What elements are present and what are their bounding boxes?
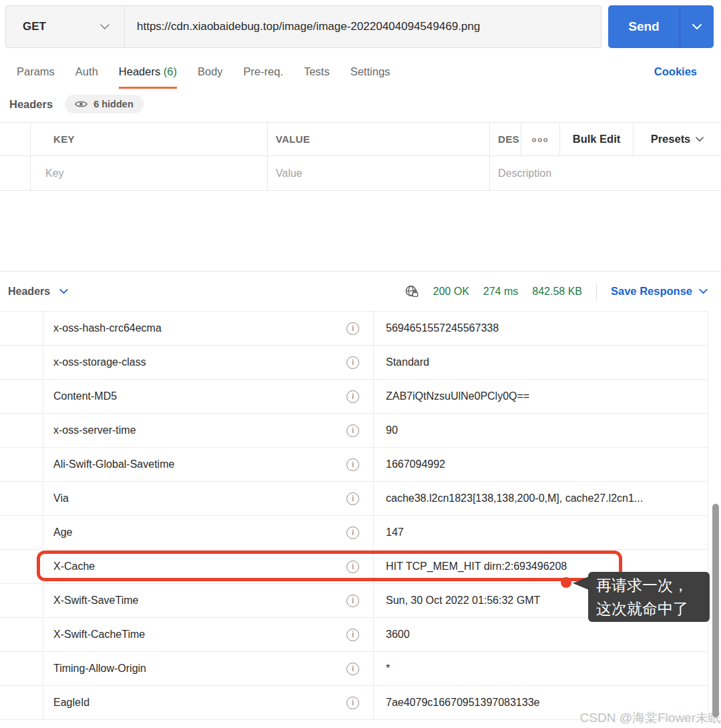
- eye-icon: [75, 99, 87, 109]
- empty-space: [0, 191, 721, 271]
- annotation-red-dot: [561, 577, 571, 588]
- response-header-row: x-oss-hash-crc64ecma i 56946515572455673…: [0, 312, 708, 346]
- url-input[interactable]: [125, 5, 602, 48]
- send-button[interactable]: Send: [608, 5, 714, 48]
- response-size[interactable]: 842.58 KB: [532, 286, 582, 298]
- header-key: Via: [53, 492, 69, 504]
- tab-pre-req[interactable]: Pre-req.: [244, 59, 284, 87]
- header-key: x-oss-server-time: [53, 424, 136, 436]
- info-icon[interactable]: i: [346, 697, 359, 709]
- request-tabs: Params Auth Headers (6) Body Pre-req. Te…: [0, 59, 721, 89]
- cookies-link[interactable]: Cookies: [654, 59, 697, 78]
- info-icon[interactable]: i: [346, 356, 359, 369]
- info-icon[interactable]: i: [346, 322, 359, 335]
- response-meta: 200 OK 274 ms 842.58 KB Save Response: [405, 283, 708, 300]
- chevron-down-icon: [59, 289, 68, 294]
- bulk-edit-button[interactable]: Bulk Edit: [559, 123, 633, 155]
- header-key: Age: [53, 526, 72, 538]
- headers-edit-table-header: KEY VALUE DES ooo Bulk Edit Presets: [0, 123, 721, 156]
- response-header-row: Via i cache38.l2cn1823[138,138,200-0,M],…: [0, 482, 708, 516]
- request-bar: GET Send: [0, 0, 721, 48]
- header-key-cell: x-oss-hash-crc64ecma i: [43, 312, 374, 345]
- tab-headers-count: (6): [164, 65, 177, 77]
- response-header-row: X-Swift-CacheTime i 3600 再请求一次， 这次就命中了: [0, 618, 708, 652]
- response-headers-dropdown[interactable]: Headers: [8, 286, 68, 298]
- row-gutter: [0, 380, 43, 413]
- header-key: X-Cache: [53, 561, 95, 573]
- save-response-dropdown[interactable]: Save Response: [611, 285, 708, 298]
- header-value: cache38.l2cn1823[138,138,200-0,M], cache…: [374, 482, 708, 515]
- header-key-cell: Ali-Swift-Global-Savetime i: [43, 448, 374, 481]
- tab-body[interactable]: Body: [198, 59, 223, 87]
- row-gutter: [0, 516, 43, 549]
- header-key: Timing-Allow-Origin: [53, 663, 146, 675]
- header-key: x-oss-hash-crc64ecma: [53, 322, 162, 334]
- annotation-tooltip-line1: 再请求一次，: [596, 574, 710, 597]
- header-key-cell: Timing-Allow-Origin i: [43, 652, 374, 685]
- row-gutter: [0, 550, 43, 583]
- presets-dropdown[interactable]: Presets: [633, 123, 721, 155]
- value-input[interactable]: [268, 167, 489, 179]
- description-input[interactable]: [490, 167, 721, 179]
- row-gutter: [0, 346, 43, 379]
- header-key: EagleId: [53, 697, 89, 709]
- response-header-row: x-oss-storage-class i Standard 再请求一次， 这次…: [0, 346, 708, 380]
- row-gutter: [0, 448, 43, 481]
- vertical-scrollbar-thumb[interactable]: [712, 504, 719, 717]
- info-icon[interactable]: i: [346, 526, 359, 539]
- tab-auth[interactable]: Auth: [75, 59, 98, 87]
- header-value: ZAB7iQtNzsuUlNe0PCly0Q==: [374, 380, 708, 413]
- tab-tests[interactable]: Tests: [304, 59, 330, 87]
- header-key: Ali-Swift-Global-Savetime: [53, 458, 174, 470]
- tab-params[interactable]: Params: [17, 59, 55, 87]
- tab-headers[interactable]: Headers (6): [119, 59, 177, 89]
- response-header-row: Age i 147 再请求一次， 这次就命中了: [0, 516, 708, 550]
- info-icon[interactable]: i: [346, 595, 359, 607]
- row-gutter: [0, 414, 43, 447]
- response-header-row: Content-MD5 i ZAB7iQtNzsuUlNe0PCly0Q== 再…: [0, 380, 708, 414]
- header-key-cell: Content-MD5 i: [43, 380, 374, 413]
- header-key-cell: EagleId i: [43, 686, 374, 719]
- header-value: Standard: [374, 346, 708, 379]
- response-bar: Headers 200 OK 274 ms 842.58 KB Save Res…: [0, 271, 721, 311]
- description-column-header: DES: [489, 123, 521, 155]
- presets-label: Presets: [651, 133, 691, 145]
- info-icon[interactable]: i: [346, 492, 359, 505]
- method-select[interactable]: GET: [5, 5, 125, 48]
- header-value: 5694651557245567338: [374, 312, 708, 345]
- response-time[interactable]: 274 ms: [483, 286, 518, 298]
- more-actions-icon[interactable]: ooo: [521, 123, 559, 155]
- row-handle-column: [0, 123, 30, 155]
- header-key-cell: x-oss-server-time i: [43, 414, 374, 447]
- header-key-cell: X-Swift-SaveTime i: [43, 584, 374, 617]
- info-icon[interactable]: i: [346, 458, 359, 471]
- response-header-row: Ali-Swift-Global-Savetime i 1667094992 再…: [0, 448, 708, 482]
- status-badge[interactable]: 200 OK: [433, 286, 469, 298]
- tab-settings[interactable]: Settings: [350, 59, 391, 87]
- info-icon[interactable]: i: [346, 424, 359, 437]
- row-gutter: [0, 652, 43, 685]
- network-globe-lock-icon[interactable]: [405, 285, 419, 298]
- info-icon[interactable]: i: [346, 629, 359, 641]
- row-gutter: [0, 312, 43, 345]
- headers-section-title: Headers: [9, 98, 53, 111]
- info-icon[interactable]: i: [346, 390, 359, 403]
- send-options-chevron-icon[interactable]: [680, 5, 714, 48]
- chevron-down-icon: [699, 289, 708, 294]
- row-gutter: [0, 584, 43, 617]
- header-key-cell: Age i: [43, 516, 374, 549]
- info-icon[interactable]: i: [346, 561, 359, 573]
- info-icon[interactable]: i: [346, 663, 359, 675]
- header-value: 147: [374, 516, 708, 549]
- header-value: 1667094992: [374, 448, 708, 481]
- divider: [596, 283, 597, 300]
- hidden-headers-toggle[interactable]: 6 hidden: [65, 95, 144, 113]
- header-value: 90: [374, 414, 708, 447]
- send-button-label: Send: [608, 5, 680, 48]
- header-key-cell: x-oss-storage-class i: [43, 346, 374, 379]
- header-value: 3600: [374, 618, 708, 651]
- header-key: Content-MD5: [53, 390, 117, 402]
- row-gutter: [0, 482, 43, 515]
- chevron-down-icon: [100, 24, 109, 30]
- key-input[interactable]: [31, 167, 267, 179]
